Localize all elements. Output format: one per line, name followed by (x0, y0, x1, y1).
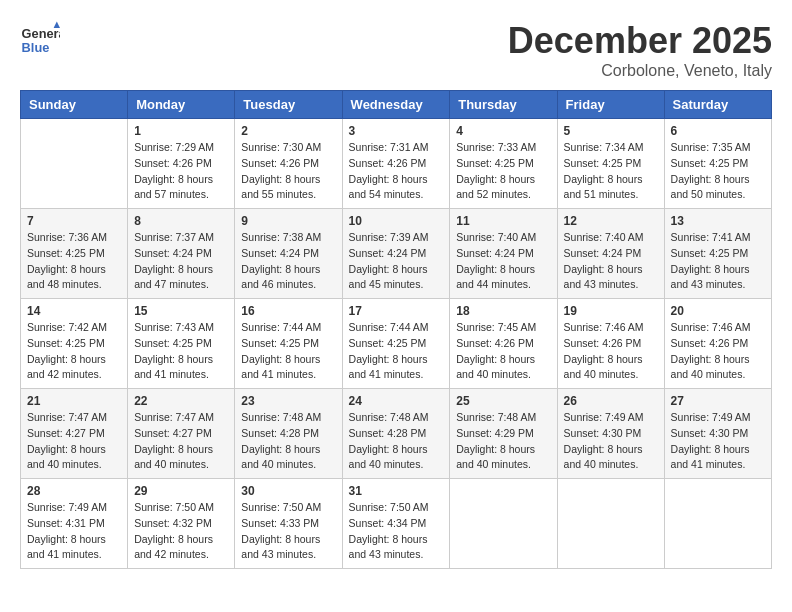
day-info-line: and 40 minutes. (456, 367, 550, 383)
day-info-line: Sunrise: 7:37 AM (134, 230, 228, 246)
day-info-line: Sunset: 4:26 PM (456, 336, 550, 352)
weekday-header-saturday: Saturday (664, 91, 771, 119)
day-info: Sunrise: 7:46 AMSunset: 4:26 PMDaylight:… (671, 320, 765, 383)
day-info-line: Sunrise: 7:48 AM (241, 410, 335, 426)
day-info: Sunrise: 7:40 AMSunset: 4:24 PMDaylight:… (456, 230, 550, 293)
day-info-line: Daylight: 8 hours (564, 262, 658, 278)
month-title: December 2025 (508, 20, 772, 62)
day-info: Sunrise: 7:34 AMSunset: 4:25 PMDaylight:… (564, 140, 658, 203)
calendar-cell (557, 479, 664, 569)
day-number: 2 (241, 124, 335, 138)
day-info-line: Sunrise: 7:48 AM (456, 410, 550, 426)
day-info-line: Sunset: 4:33 PM (241, 516, 335, 532)
day-info-line: Sunset: 4:25 PM (134, 336, 228, 352)
calendar-cell: 5Sunrise: 7:34 AMSunset: 4:25 PMDaylight… (557, 119, 664, 209)
day-info-line: and 40 minutes. (349, 457, 444, 473)
day-info-line: Sunrise: 7:38 AM (241, 230, 335, 246)
day-info-line: and 43 minutes. (564, 277, 658, 293)
day-info-line: and 48 minutes. (27, 277, 121, 293)
day-info-line: and 55 minutes. (241, 187, 335, 203)
calendar-cell: 2Sunrise: 7:30 AMSunset: 4:26 PMDaylight… (235, 119, 342, 209)
day-info: Sunrise: 7:30 AMSunset: 4:26 PMDaylight:… (241, 140, 335, 203)
day-number: 12 (564, 214, 658, 228)
calendar-cell: 29Sunrise: 7:50 AMSunset: 4:32 PMDayligh… (128, 479, 235, 569)
calendar-cell: 26Sunrise: 7:49 AMSunset: 4:30 PMDayligh… (557, 389, 664, 479)
calendar-cell: 19Sunrise: 7:46 AMSunset: 4:26 PMDayligh… (557, 299, 664, 389)
day-info: Sunrise: 7:48 AMSunset: 4:29 PMDaylight:… (456, 410, 550, 473)
day-info-line: Sunrise: 7:50 AM (349, 500, 444, 516)
day-info-line: and 44 minutes. (456, 277, 550, 293)
day-info-line: and 41 minutes. (134, 367, 228, 383)
day-number: 16 (241, 304, 335, 318)
day-info: Sunrise: 7:47 AMSunset: 4:27 PMDaylight:… (134, 410, 228, 473)
calendar-cell (21, 119, 128, 209)
day-info-line: Sunrise: 7:46 AM (564, 320, 658, 336)
day-info-line: Sunset: 4:25 PM (27, 336, 121, 352)
day-info-line: Sunset: 4:29 PM (456, 426, 550, 442)
weekday-header-monday: Monday (128, 91, 235, 119)
day-info-line: Sunset: 4:24 PM (134, 246, 228, 262)
day-info-line: Sunset: 4:26 PM (671, 336, 765, 352)
day-info-line: Daylight: 8 hours (671, 352, 765, 368)
day-info-line: Daylight: 8 hours (134, 442, 228, 458)
day-info: Sunrise: 7:37 AMSunset: 4:24 PMDaylight:… (134, 230, 228, 293)
day-number: 10 (349, 214, 444, 228)
day-info-line: Daylight: 8 hours (564, 352, 658, 368)
day-info-line: Daylight: 8 hours (349, 532, 444, 548)
calendar-cell: 11Sunrise: 7:40 AMSunset: 4:24 PMDayligh… (450, 209, 557, 299)
day-info: Sunrise: 7:38 AMSunset: 4:24 PMDaylight:… (241, 230, 335, 293)
day-info-line: Sunset: 4:28 PM (241, 426, 335, 442)
day-number: 28 (27, 484, 121, 498)
calendar-cell: 30Sunrise: 7:50 AMSunset: 4:33 PMDayligh… (235, 479, 342, 569)
day-number: 17 (349, 304, 444, 318)
day-info-line: Sunrise: 7:48 AM (349, 410, 444, 426)
calendar-cell: 14Sunrise: 7:42 AMSunset: 4:25 PMDayligh… (21, 299, 128, 389)
calendar-cell: 28Sunrise: 7:49 AMSunset: 4:31 PMDayligh… (21, 479, 128, 569)
day-info: Sunrise: 7:45 AMSunset: 4:26 PMDaylight:… (456, 320, 550, 383)
day-info-line: Sunset: 4:32 PM (134, 516, 228, 532)
calendar-cell: 1Sunrise: 7:29 AMSunset: 4:26 PMDaylight… (128, 119, 235, 209)
day-info-line: Daylight: 8 hours (27, 352, 121, 368)
calendar-week-row: 7Sunrise: 7:36 AMSunset: 4:25 PMDaylight… (21, 209, 772, 299)
calendar-cell: 9Sunrise: 7:38 AMSunset: 4:24 PMDaylight… (235, 209, 342, 299)
day-info-line: Sunrise: 7:34 AM (564, 140, 658, 156)
day-number: 7 (27, 214, 121, 228)
day-info-line: Sunset: 4:25 PM (349, 336, 444, 352)
day-info-line: Daylight: 8 hours (349, 352, 444, 368)
day-info-line: Daylight: 8 hours (27, 532, 121, 548)
calendar-cell: 10Sunrise: 7:39 AMSunset: 4:24 PMDayligh… (342, 209, 450, 299)
day-info-line: Daylight: 8 hours (564, 172, 658, 188)
day-number: 31 (349, 484, 444, 498)
calendar-cell: 25Sunrise: 7:48 AMSunset: 4:29 PMDayligh… (450, 389, 557, 479)
day-info-line: Daylight: 8 hours (241, 352, 335, 368)
calendar-week-row: 28Sunrise: 7:49 AMSunset: 4:31 PMDayligh… (21, 479, 772, 569)
day-info: Sunrise: 7:50 AMSunset: 4:32 PMDaylight:… (134, 500, 228, 563)
day-info-line: Sunrise: 7:41 AM (671, 230, 765, 246)
day-info-line: and 41 minutes. (241, 367, 335, 383)
day-info-line: Sunset: 4:27 PM (134, 426, 228, 442)
day-info-line: Sunset: 4:26 PM (349, 156, 444, 172)
day-info: Sunrise: 7:48 AMSunset: 4:28 PMDaylight:… (241, 410, 335, 473)
day-info-line: Daylight: 8 hours (349, 262, 444, 278)
day-info-line: and 47 minutes. (134, 277, 228, 293)
day-info-line: Sunset: 4:25 PM (671, 246, 765, 262)
weekday-header-friday: Friday (557, 91, 664, 119)
day-info-line: Sunset: 4:24 PM (241, 246, 335, 262)
day-number: 22 (134, 394, 228, 408)
day-info-line: Daylight: 8 hours (671, 172, 765, 188)
day-info: Sunrise: 7:42 AMSunset: 4:25 PMDaylight:… (27, 320, 121, 383)
day-info-line: and 51 minutes. (564, 187, 658, 203)
calendar-cell: 31Sunrise: 7:50 AMSunset: 4:34 PMDayligh… (342, 479, 450, 569)
calendar-cell: 16Sunrise: 7:44 AMSunset: 4:25 PMDayligh… (235, 299, 342, 389)
calendar-week-row: 21Sunrise: 7:47 AMSunset: 4:27 PMDayligh… (21, 389, 772, 479)
day-number: 26 (564, 394, 658, 408)
calendar-table: SundayMondayTuesdayWednesdayThursdayFrid… (20, 90, 772, 569)
day-number: 13 (671, 214, 765, 228)
day-info-line: and 40 minutes. (671, 367, 765, 383)
calendar-cell: 24Sunrise: 7:48 AMSunset: 4:28 PMDayligh… (342, 389, 450, 479)
day-info-line: Daylight: 8 hours (241, 442, 335, 458)
day-info-line: Sunrise: 7:43 AM (134, 320, 228, 336)
calendar-cell: 20Sunrise: 7:46 AMSunset: 4:26 PMDayligh… (664, 299, 771, 389)
day-number: 27 (671, 394, 765, 408)
day-info-line: Sunrise: 7:30 AM (241, 140, 335, 156)
